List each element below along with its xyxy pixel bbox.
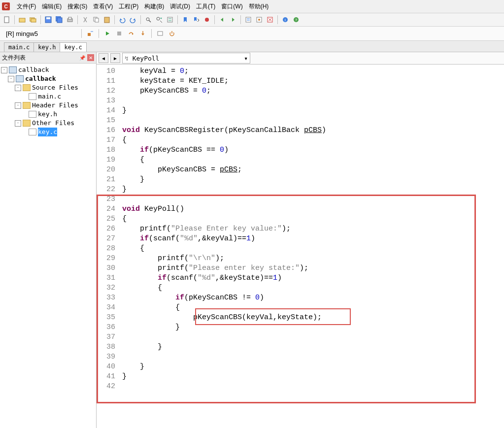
build-toolbar: [R] mingw5 <box>0 26 504 41</box>
svg-point-17 <box>205 18 209 22</box>
app-icon: C <box>2 2 10 10</box>
function-dropdown-value: KeyPoll <box>133 55 160 62</box>
build-run-icon[interactable] <box>85 29 95 38</box>
redo-icon[interactable] <box>128 15 138 25</box>
run-icon[interactable] <box>102 29 112 38</box>
tree-main-c[interactable]: main.c <box>38 92 61 101</box>
step-over-icon[interactable] <box>126 29 136 38</box>
document-tabstrip: main.c key.h key.c <box>0 41 504 52</box>
c-file-icon <box>29 93 36 100</box>
expander-icon[interactable]: - <box>1 67 7 73</box>
help-icon[interactable]: ? <box>291 15 301 25</box>
svg-rect-3 <box>31 19 36 22</box>
h-file-icon <box>29 111 36 118</box>
workspace-icon <box>9 66 17 73</box>
svg-rect-5 <box>46 17 50 19</box>
project-tree[interactable]: -callback -callback -Source Files main.c… <box>0 64 96 428</box>
rebuild-icon[interactable] <box>265 15 275 25</box>
menu-tool[interactable]: 工具(T) <box>193 1 218 12</box>
build-icon[interactable] <box>254 15 264 25</box>
compile-icon[interactable] <box>243 15 253 25</box>
replace-icon[interactable] <box>165 15 175 25</box>
svg-rect-9 <box>68 17 71 19</box>
sidebar-title: 文件列表 <box>2 54 26 62</box>
function-bar: ◄ ► ↯ KeyPoll ▾ <box>97 52 504 65</box>
svg-rect-0 <box>4 17 9 23</box>
bookmark-icon[interactable] <box>180 15 190 25</box>
folder-icon <box>23 102 31 109</box>
tree-source-files[interactable]: Source Files <box>32 83 78 92</box>
main-toolbar: i ? <box>0 13 504 26</box>
tree-project[interactable]: callback <box>25 74 56 83</box>
expander-icon[interactable]: - <box>15 120 21 127</box>
nav-back-icon[interactable] <box>217 15 227 25</box>
tree-key-c[interactable]: key.c <box>38 128 57 136</box>
expander-icon[interactable]: - <box>8 76 14 82</box>
menu-search[interactable]: 搜索(S) <box>65 1 90 12</box>
tree-header-files[interactable]: Header Files <box>32 101 78 110</box>
find-next-icon[interactable] <box>154 15 164 25</box>
code-editor[interactable]: 1011121314151617181920212223242526272829… <box>97 65 504 428</box>
sidebar-header: 文件列表 📌 ✕ <box>0 52 96 64</box>
step-into-icon[interactable] <box>138 29 148 38</box>
save-icon[interactable] <box>43 15 53 25</box>
open-all-icon[interactable] <box>28 15 38 25</box>
svg-rect-27 <box>117 32 121 35</box>
function-dropdown[interactable]: ↯ KeyPoll ▾ <box>122 53 250 64</box>
svg-rect-1 <box>19 18 25 22</box>
c-file-icon <box>29 129 36 135</box>
svg-rect-12 <box>104 17 109 23</box>
debug-window-icon[interactable] <box>155 29 165 38</box>
svg-text:i: i <box>285 18 286 22</box>
svg-point-15 <box>157 17 160 20</box>
code-body[interactable]: keyVal = 0; keyState = KEY_IDLE; pKeySca… <box>120 65 504 428</box>
tab-main-c[interactable]: main.c <box>4 42 34 52</box>
menu-debug[interactable]: 调试(D) <box>167 1 193 12</box>
func-icon: ↯ <box>125 55 129 62</box>
svg-rect-11 <box>95 18 99 22</box>
pin-icon[interactable]: 📌 <box>79 55 85 61</box>
svg-rect-26 <box>88 33 91 36</box>
svg-point-20 <box>258 19 260 21</box>
tab-key-c[interactable]: key.c <box>60 42 86 52</box>
menu-file[interactable]: 文件(F) <box>14 1 39 12</box>
build-target-select[interactable]: [R] mingw5 <box>3 29 78 38</box>
menu-project[interactable]: 工程(P) <box>116 1 141 12</box>
tab-key-h[interactable]: key.h <box>34 42 60 52</box>
svg-rect-7 <box>57 18 62 23</box>
expander-icon[interactable]: - <box>15 85 21 91</box>
new-file-icon[interactable] <box>2 15 12 25</box>
expander-icon[interactable]: - <box>15 102 21 109</box>
nav-forward-icon[interactable] <box>228 15 238 25</box>
tree-other-files[interactable]: Other Files <box>32 119 74 128</box>
menu-help[interactable]: 帮助(H) <box>246 1 272 12</box>
paste-icon[interactable] <box>102 15 112 25</box>
menu-build[interactable]: 构建(B) <box>141 1 167 12</box>
tree-workspace[interactable]: callback <box>18 66 49 74</box>
project-icon <box>16 75 24 82</box>
svg-rect-28 <box>158 32 163 35</box>
breakpoint-icon[interactable] <box>202 15 212 25</box>
close-sidebar-icon[interactable]: ✕ <box>87 54 94 61</box>
sidebar: 文件列表 📌 ✕ -callback -callback -Source Fil… <box>0 52 97 428</box>
nav-next-func-icon[interactable]: ► <box>110 53 120 63</box>
menu-window[interactable]: 窗口(W) <box>218 1 245 12</box>
cut-icon[interactable] <box>80 15 90 25</box>
menu-view[interactable]: 查看(V) <box>90 1 116 12</box>
save-all-icon[interactable] <box>54 15 64 25</box>
bookmark-next-icon[interactable] <box>191 15 201 25</box>
info-icon[interactable]: i <box>280 15 290 25</box>
stop-icon[interactable] <box>114 29 124 38</box>
undo-icon[interactable] <box>117 15 127 25</box>
folder-icon <box>23 120 31 127</box>
nav-prev-func-icon[interactable]: ◄ <box>99 53 108 63</box>
find-icon[interactable] <box>143 15 153 25</box>
print-icon[interactable] <box>65 15 75 25</box>
tree-key-h[interactable]: key.h <box>38 110 57 119</box>
svg-text:?: ? <box>295 18 298 22</box>
chevron-down-icon: ▾ <box>244 55 248 62</box>
stop-debug-icon[interactable] <box>167 29 177 38</box>
menu-edit[interactable]: 编辑(E) <box>39 1 65 12</box>
copy-icon[interactable] <box>91 15 101 25</box>
open-folder-icon[interactable] <box>17 15 27 25</box>
